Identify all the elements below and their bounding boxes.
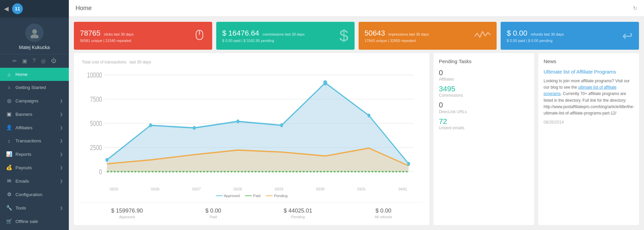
sidebar-item-reports[interactable]: 📊 Reports ❯ — [0, 147, 69, 161]
sidebar-toolbar: ✏ ▣ ? ◎ ⏻ — [0, 54, 69, 68]
news-body: Looking to join more affiliate programs?… — [544, 78, 634, 117]
chevron-right-icon: ❯ — [60, 206, 63, 210]
stats-row: 78765 clicks last 30 days 56581 unique |… — [69, 17, 644, 53]
sidebar-user-section: Matej Kukucka — [0, 17, 69, 54]
sidebar-item-label: Campaigns — [15, 98, 38, 103]
total-paid: $ 0.00 Paid — [205, 208, 221, 219]
sidebar-item-offline-sale[interactable]: 🛒 Offline sale — [0, 215, 69, 228]
chart-legend: Approved Paid Pending — [80, 194, 423, 198]
commissions-label: Commissions — [439, 93, 529, 98]
sidebar-item-label: Payouts — [15, 165, 32, 170]
sidebar-back-button[interactable]: ◀ — [4, 5, 9, 12]
svg-point-21 — [280, 123, 283, 127]
sidebar-item-affiliates[interactable]: 👤 Affiliates ❯ — [0, 121, 69, 134]
news-panel: News Ultimate list of Affiliate Programs… — [538, 53, 639, 225]
sidebar-item-label: Offline sale — [15, 219, 38, 224]
content-row: Total cost of transactions last 30 days … — [69, 53, 644, 230]
chart-area: 10000 7500 5000 2500 0 — [80, 68, 423, 186]
refunds-value: $ 0.00 — [507, 29, 527, 37]
page-title: Home — [76, 5, 92, 12]
sidebar-item-getting-started[interactable]: ○ Getting Started — [0, 81, 69, 94]
chart-title: Total cost of transactions last 30 days — [80, 59, 423, 64]
sidebar-item-label: Home — [15, 72, 28, 77]
sidebar-item-configuration[interactable]: ⚙ Configuration — [0, 188, 69, 201]
affiliates-icon: 👤 — [6, 125, 12, 131]
page-header: Home ↻ — [69, 0, 644, 17]
chevron-right-icon: ❯ — [60, 99, 63, 103]
sidebar-item-home[interactable]: ⌂ Home — [0, 68, 69, 81]
pending-tasks-panel: Pending Tasks 0 Affiliates 3495 Commissi… — [433, 53, 534, 225]
affiliates-count: 0 — [439, 69, 529, 77]
sidebar-item-label: Transactions — [15, 138, 41, 143]
main-content: Home ↻ 78765 clicks last 30 days 56581 u… — [69, 0, 644, 230]
edit-icon[interactable]: ✏ — [12, 58, 17, 64]
sidebar-item-label: Getting Started — [15, 85, 46, 90]
commissions-value: $ 16476.64 — [222, 29, 259, 37]
impressions-value: 50643 — [365, 29, 385, 37]
svg-point-22 — [323, 80, 327, 86]
svg-point-18 — [149, 123, 152, 127]
task-commissions: 3495 Commissions — [439, 85, 529, 98]
stat-card-refunds: $ 0.00 refunds last 30 days $ 0.00 paid … — [501, 22, 639, 50]
svg-point-24 — [407, 162, 410, 166]
reports-icon: 📊 — [6, 151, 12, 157]
chevron-right-icon: ❯ — [60, 179, 63, 183]
sidebar-item-campaigns[interactable]: ◎ Campaigns ❯ — [0, 94, 69, 107]
sidebar-item-label: Affiliates — [15, 125, 33, 130]
clicks-sub: 56581 unique | 21540 repeated — [80, 39, 134, 43]
refresh-icon[interactable]: ↻ — [633, 5, 637, 11]
payouts-icon: 💰 — [6, 165, 12, 171]
question-icon[interactable]: ◎ — [41, 58, 46, 64]
svg-point-17 — [105, 158, 108, 162]
sidebar-item-label: Tools — [15, 205, 26, 211]
sidebar-item-tools[interactable]: 🔧 Tools ❯ — [0, 201, 69, 215]
power-icon[interactable]: ⏻ — [51, 58, 56, 64]
chart-totals: $ 159976.90 Approved $ 0.00 Paid $ 44025… — [80, 202, 423, 219]
chevron-right-icon: ❯ — [60, 166, 63, 170]
sidebar-item-emails[interactable]: ✉ Emails ❯ — [0, 174, 69, 188]
svg-point-20 — [236, 120, 239, 124]
sidebar-item-transactions[interactable]: ↕ Transactions ❯ — [0, 134, 69, 147]
svg-point-0 — [32, 29, 37, 34]
stat-card-clicks: 78765 clicks last 30 days 56581 unique |… — [74, 22, 212, 50]
chart-panel: Total cost of transactions last 30 days … — [74, 53, 429, 225]
news-article-title[interactable]: Ultimate list of Affiliate Programs — [544, 69, 634, 75]
stat-card-impressions: 50643 impressions last 30 days 17843 uni… — [359, 22, 497, 50]
sidebar-logo: 11 — [12, 3, 23, 14]
sidebar-top: ◀ 11 — [0, 0, 69, 17]
chevron-right-icon: ❯ — [60, 112, 63, 117]
total-refunds: $ 0.00 All refunds — [375, 208, 392, 219]
wave-icon — [474, 29, 491, 43]
emails-icon: ✉ — [6, 178, 12, 184]
sidebar-item-payouts[interactable]: 💰 Payouts ❯ — [0, 161, 69, 174]
sidebar-item-label: Banners — [15, 112, 32, 117]
svg-text:5000: 5000 — [90, 120, 102, 128]
sidebar-item-banners[interactable]: ▣ Banners ❯ — [0, 107, 69, 121]
chevron-right-icon: ❯ — [60, 152, 63, 156]
impressions-sub: 17843 unique | 32800 repeated — [365, 39, 429, 43]
monitor-icon[interactable]: ▣ — [22, 58, 27, 64]
chevron-right-icon: ❯ — [60, 139, 63, 143]
sidebar-item-label: Reports — [15, 152, 31, 157]
pending-tasks-title: Pending Tasks — [439, 58, 529, 64]
commissions-sub: $ 0.00 paid | $ 3182.95 pending — [222, 39, 305, 43]
task-direclink: 0 DirecLink URLs — [439, 101, 529, 114]
sidebar-item-label: Emails — [15, 179, 29, 184]
help-icon[interactable]: ? — [33, 58, 36, 64]
avatar — [25, 24, 44, 42]
sidebar-item-label: Configuration — [15, 192, 42, 197]
legend-approved: Approved — [216, 194, 240, 198]
affiliates-label: Affiliates — [439, 77, 529, 82]
news-title: News — [544, 58, 634, 64]
svg-text:0: 0 — [99, 168, 102, 176]
username-label: Matej Kukucka — [19, 45, 50, 50]
news-date: 08/26/2014 — [544, 120, 634, 125]
svg-text:7500: 7500 — [90, 95, 102, 103]
offline-sale-icon: 🛒 — [6, 218, 12, 224]
svg-point-1 — [31, 34, 39, 38]
svg-point-19 — [193, 126, 196, 130]
chevron-right-icon: ❯ — [60, 126, 63, 130]
svg-point-23 — [367, 113, 370, 118]
banners-icon: ▣ — [6, 111, 12, 117]
task-unsent-emails: 72 Unsent emails — [439, 118, 529, 130]
